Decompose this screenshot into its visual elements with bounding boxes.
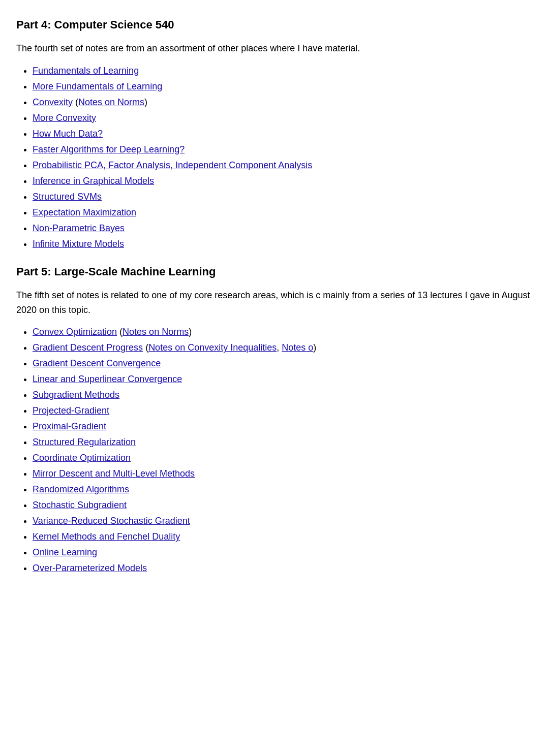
part5-heading: Part 5: Large-Scale Machine Learning xyxy=(16,263,533,280)
list-item: Infinite Mixture Models xyxy=(33,237,533,251)
more-convexity-link[interactable]: More Convexity xyxy=(33,113,96,123)
notes-on-norms-link[interactable]: Notes on Norms xyxy=(78,97,144,107)
structured-svms-link[interactable]: Structured SVMs xyxy=(33,192,102,202)
expectation-max-link[interactable]: Expectation Maximization xyxy=(33,207,136,217)
list-item: Mirror Descent and Multi-Level Methods xyxy=(33,467,533,481)
part5-list: Convex Optimization (Notes on Norms) Gra… xyxy=(33,325,533,575)
list-item: Over-Parameterized Models xyxy=(33,561,533,575)
part4-description: The fourth set of notes are from an asso… xyxy=(16,41,533,56)
list-item: Structured Regularization xyxy=(33,435,533,449)
non-parametric-bayes-link[interactable]: Non-Parametric Bayes xyxy=(33,223,125,233)
how-much-data-link[interactable]: How Much Data? xyxy=(33,129,103,139)
list-item: Convexity (Notes on Norms) xyxy=(33,96,533,109)
list-item: Coordinate Optimization xyxy=(33,451,533,465)
inference-graphical-link[interactable]: Inference in Graphical Models xyxy=(33,176,154,186)
stochastic-subgradient-link[interactable]: Stochastic Subgradient xyxy=(33,500,127,510)
proximal-gradient-link[interactable]: Proximal-Gradient xyxy=(33,421,106,431)
part4-list: Fundamentals of Learning More Fundamenta… xyxy=(33,64,533,251)
fundamentals-of-learning-link[interactable]: Fundamentals of Learning xyxy=(33,66,139,76)
list-item: More Convexity xyxy=(33,111,533,125)
mirror-descent-link[interactable]: Mirror Descent and Multi-Level Methods xyxy=(33,468,195,479)
randomized-algorithms-link[interactable]: Randomized Algorithms xyxy=(33,484,129,494)
list-item: Randomized Algorithms xyxy=(33,483,533,496)
online-learning-link[interactable]: Online Learning xyxy=(33,547,97,557)
comma-sep: , xyxy=(277,342,282,353)
list-item: Linear and Superlinear Convergence xyxy=(33,372,533,386)
notes-o-link[interactable]: Notes o xyxy=(282,342,313,353)
projected-gradient-link[interactable]: Projected-Gradient xyxy=(33,405,109,416)
over-parameterized-link[interactable]: Over-Parameterized Models xyxy=(33,563,147,573)
list-item: Projected-Gradient xyxy=(33,404,533,418)
linear-superlinear-link[interactable]: Linear and Superlinear Convergence xyxy=(33,374,182,384)
list-item: Structured SVMs xyxy=(33,190,533,204)
list-item: Faster Algorithms for Deep Learning? xyxy=(33,143,533,156)
list-item: Inference in Graphical Models xyxy=(33,174,533,188)
convex-optimization-link[interactable]: Convex Optimization xyxy=(33,327,117,337)
probabilistic-pca-link[interactable]: Probabilistic PCA, Factor Analysis, Inde… xyxy=(33,160,312,170)
list-item: Stochastic Subgradient xyxy=(33,498,533,512)
list-item: Non-Parametric Bayes xyxy=(33,222,533,235)
subgradient-methods-link[interactable]: Subgradient Methods xyxy=(33,390,119,400)
gradient-descent-conv-link[interactable]: Gradient Descent Convergence xyxy=(33,358,161,368)
part4-section: Part 4: Computer Science 540 The fourth … xyxy=(16,16,533,251)
list-item: Gradient Descent Progress (Notes on Conv… xyxy=(33,341,533,355)
infinite-mixture-link[interactable]: Infinite Mixture Models xyxy=(33,239,124,249)
part5-section: Part 5: Large-Scale Machine Learning The… xyxy=(16,263,533,576)
list-item: Probabilistic PCA, Factor Analysis, Inde… xyxy=(33,159,533,172)
paren-close: ) xyxy=(189,327,192,337)
coordinate-optimization-link[interactable]: Coordinate Optimization xyxy=(33,453,131,463)
list-item: Proximal-Gradient xyxy=(33,420,533,433)
notes-convexity-ineq-link[interactable]: Notes on Convexity Inequalities xyxy=(148,342,277,353)
paren-close: ) xyxy=(144,97,147,107)
list-item: How Much Data? xyxy=(33,127,533,141)
paren-close: ) xyxy=(313,342,316,353)
list-item: More Fundamentals of Learning xyxy=(33,80,533,93)
list-item: Subgradient Methods xyxy=(33,388,533,402)
convexity-link[interactable]: Convexity xyxy=(33,97,73,107)
faster-algorithms-link[interactable]: Faster Algorithms for Deep Learning? xyxy=(33,144,185,154)
list-item: Fundamentals of Learning xyxy=(33,64,533,78)
variance-reduced-link[interactable]: Variance-Reduced Stochastic Gradient xyxy=(33,516,190,526)
kernel-methods-link[interactable]: Kernel Methods and Fenchel Duality xyxy=(33,531,180,542)
structured-regularization-link[interactable]: Structured Regularization xyxy=(33,437,136,447)
more-fundamentals-link[interactable]: More Fundamentals of Learning xyxy=(33,81,162,91)
list-item: Online Learning xyxy=(33,546,533,559)
part5-description: The fifth set of notes is related to one… xyxy=(16,288,533,318)
list-item: Variance-Reduced Stochastic Gradient xyxy=(33,514,533,528)
list-item: Kernel Methods and Fenchel Duality xyxy=(33,530,533,544)
list-item: Gradient Descent Convergence xyxy=(33,357,533,370)
gradient-descent-progress-link[interactable]: Gradient Descent Progress xyxy=(33,342,143,353)
list-item: Expectation Maximization xyxy=(33,206,533,219)
list-item: Convex Optimization (Notes on Norms) xyxy=(33,325,533,339)
part4-heading: Part 4: Computer Science 540 xyxy=(16,16,533,33)
p5-notes-on-norms-link[interactable]: Notes on Norms xyxy=(123,327,189,337)
